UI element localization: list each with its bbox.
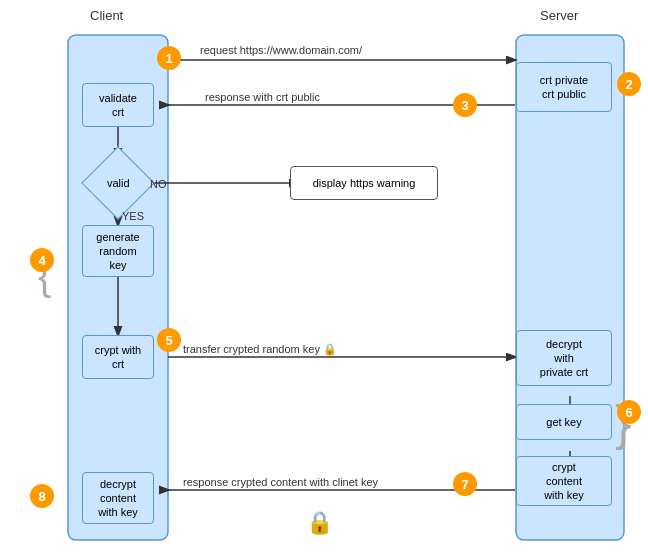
get-key-box: get key — [516, 404, 612, 440]
badge-2: 2 — [617, 72, 641, 96]
badge-3: 3 — [453, 93, 477, 117]
badge-1: 1 — [157, 46, 181, 70]
crypt-content-key-box: cryptcontentwith key — [516, 456, 612, 506]
decrypt-content-box: decryptcontentwith key — [82, 472, 154, 524]
badge-8: 8 — [30, 484, 54, 508]
response-crt-label: response with crt public — [205, 91, 320, 103]
yes-label: YES — [122, 210, 144, 222]
no-label: NO — [150, 178, 167, 190]
client-label: Client — [90, 8, 123, 23]
crypt-with-crt-box: crypt withcrt — [82, 335, 154, 379]
decrypt-private-crt-box: decryptwithprivate crt — [516, 330, 612, 386]
valid-diamond: valid — [92, 157, 144, 209]
diagram: { } Client Server validatecrt valid NO Y… — [0, 0, 648, 560]
generate-key-box: generaterandomkey — [82, 225, 154, 277]
badge-6: 6 — [617, 400, 641, 424]
transfer-key-label: transfer crypted random key 🔒 — [183, 343, 337, 356]
validate-crt-box: validatecrt — [82, 83, 154, 127]
https-warning-box: display https warning — [290, 166, 438, 200]
badge-5: 5 — [157, 328, 181, 352]
crt-keys-box: crt privatecrt public — [516, 62, 612, 112]
server-label: Server — [540, 8, 578, 23]
lock-icon-bottom: 🔒 — [306, 510, 333, 536]
badge-7: 7 — [453, 472, 477, 496]
response-crypted-label: response crypted content with clinet key — [183, 476, 378, 488]
badge-4: 4 — [30, 248, 54, 272]
request-label: request https://www.domain.com/ — [200, 44, 362, 56]
